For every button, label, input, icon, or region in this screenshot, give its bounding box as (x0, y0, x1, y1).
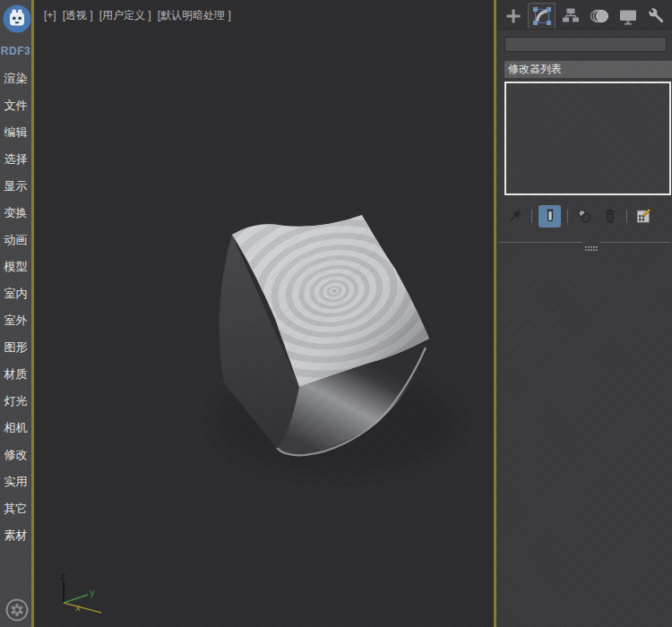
sidebar-item-室外[interactable]: 室外 (0, 307, 31, 334)
viewport-label: [+][透视 ][用户定义 ][默认明暗处理 ] (44, 6, 237, 23)
spheres-icon (575, 207, 593, 225)
motion-circles-icon (589, 5, 610, 27)
hierarchy-icon (560, 5, 582, 27)
wrench-icon (646, 5, 668, 27)
sidebar-item-图形[interactable]: 图形 (0, 334, 31, 361)
sidebar-item-模型[interactable]: 模型 (0, 253, 31, 280)
tab-display[interactable] (614, 3, 642, 29)
sidebar: RDF3 渲染文件编辑选择显示变换动画模型室内室外图形材质灯光相机修改实用其它素… (0, 0, 34, 627)
pin-stack-button[interactable] (505, 206, 525, 226)
sidebar-menu: 渲染文件编辑选择显示变换动画模型室内室外图形材质灯光相机修改实用其它素材 (0, 65, 31, 549)
sidebar-item-编辑[interactable]: 编辑 (0, 119, 31, 146)
tab-create[interactable] (499, 3, 527, 29)
panel-tab-strip (496, 0, 672, 30)
modifier-list-dropdown[interactable]: 修改器列表 (504, 61, 672, 78)
remove-modifier-button[interactable] (600, 206, 620, 226)
sidebar-item-实用[interactable]: 实用 (0, 468, 31, 495)
sidebar-item-渲染[interactable]: 渲染 (0, 65, 31, 92)
viewport-label-segment-[+][interactable]: [+] (44, 9, 56, 21)
modify-icon (531, 5, 553, 27)
axis-y-label: y (90, 588, 95, 597)
rollout-divider (496, 239, 672, 245)
modifier-stack-toolbar (505, 204, 668, 228)
scene-canvas: z y x (37, 0, 494, 627)
sidebar-item-选择[interactable]: 选择 (0, 146, 31, 173)
object-name-input[interactable] (504, 37, 667, 52)
command-panel: 修改器列表 (494, 0, 672, 627)
axis-x-label: x (75, 603, 81, 613)
pin-icon (506, 207, 524, 225)
sidebar-item-文件[interactable]: 文件 (0, 92, 31, 119)
viewport-label-segment-[用户定义 ][interactable]: [用户定义 ] (99, 8, 151, 23)
tab-utilities[interactable] (642, 3, 670, 29)
plus-icon (503, 5, 524, 27)
grid-pencil-icon (634, 207, 652, 225)
toolbar-separator (626, 210, 627, 223)
sidebar-item-相机[interactable]: 相机 (0, 415, 31, 442)
configure-modifier-sets-button[interactable] (633, 206, 653, 226)
sidebar-item-灯光[interactable]: 灯光 (0, 388, 31, 415)
sidebar-item-修改[interactable]: 修改 (0, 442, 31, 468)
app-logo-label: RDF3 (0, 45, 31, 57)
scene-object-rippled-box[interactable] (159, 151, 494, 475)
sidebar-item-变换[interactable]: 变换 (0, 200, 31, 227)
tab-modify[interactable] (528, 3, 556, 29)
robot-icon[interactable] (2, 4, 32, 34)
viewport-label-segment-[默认明暗处理 ][interactable]: [默认明暗处理 ] (158, 8, 231, 23)
tab-motion[interactable] (585, 3, 613, 29)
modifier-stack-box[interactable] (504, 82, 671, 195)
show-end-result-button[interactable] (538, 205, 561, 228)
axis-z-label: z (60, 571, 65, 581)
sidebar-item-其它[interactable]: 其它 (0, 495, 31, 522)
toolbar-separator (531, 210, 532, 223)
sidebar-item-动画[interactable]: 动画 (0, 227, 31, 253)
make-unique-button[interactable] (574, 206, 594, 226)
viewport-label-segment-[透视 ][interactable]: [透视 ] (63, 8, 93, 23)
sidebar-item-材质[interactable]: 材质 (0, 361, 31, 388)
toolbar-separator (567, 210, 568, 223)
sidebar-item-室内[interactable]: 室内 (0, 280, 31, 307)
viewport-3d[interactable]: [+][透视 ][用户定义 ][默认明暗处理 ] (37, 0, 494, 627)
trash-icon (601, 207, 619, 225)
test-tube-icon (541, 207, 559, 225)
sidebar-item-素材[interactable]: 素材 (0, 522, 31, 549)
sidebar-item-显示[interactable]: 显示 (0, 173, 31, 200)
divider-drag-handle[interactable] (582, 239, 600, 255)
tab-hierarchy[interactable] (556, 3, 584, 29)
monitor-icon (617, 5, 639, 27)
gear-icon[interactable] (4, 597, 30, 623)
axis-gizmo: z y x (60, 571, 101, 613)
